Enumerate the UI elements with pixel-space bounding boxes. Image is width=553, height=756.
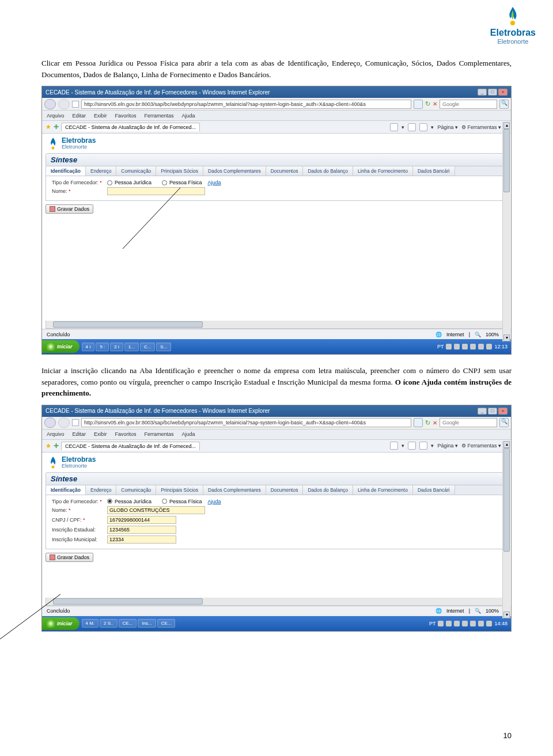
radio-pj[interactable]: [107, 499, 112, 504]
task-item[interactable]: Ins...: [138, 619, 156, 628]
gravar-button[interactable]: Gravar Dados: [46, 553, 93, 562]
task-item[interactable]: C...: [140, 343, 155, 351]
maximize-button[interactable]: □: [488, 408, 497, 415]
url-input[interactable]: [81, 100, 411, 109]
start-button[interactable]: Iniciar: [42, 617, 79, 630]
tab-identificacao[interactable]: Identificação: [46, 166, 86, 176]
menu-ajuda[interactable]: Ajuda: [182, 431, 195, 437]
tab-socios[interactable]: Principais Sócios: [156, 166, 203, 176]
menu-exibir[interactable]: Exibir: [94, 113, 107, 119]
tab-bancarios[interactable]: Dados Bancári: [413, 166, 455, 176]
minimize-button[interactable]: _: [478, 89, 487, 96]
toolbar-ferramentas[interactable]: ⚙ Ferramentas ▾: [461, 124, 501, 130]
menu-ajuda[interactable]: Ajuda: [182, 113, 195, 119]
tray-icon[interactable]: [454, 344, 460, 349]
tab-fornecimento[interactable]: Linha de Fornecimento: [353, 166, 413, 176]
task-item[interactable]: 2 S..: [100, 619, 117, 628]
browser-tab[interactable]: CECADE - Sistema de Atualização de Inf. …: [61, 123, 200, 131]
forward-button[interactable]: [58, 99, 70, 109]
menu-arquivo[interactable]: Arquivo: [47, 431, 65, 437]
tab-documentos[interactable]: Documentos: [266, 485, 304, 495]
tray-icon[interactable]: [454, 621, 460, 626]
close-button[interactable]: ×: [498, 408, 507, 415]
print-icon[interactable]: [419, 123, 427, 131]
tab-balanco[interactable]: Dados do Balanço: [303, 166, 353, 176]
radio-pf[interactable]: [162, 499, 167, 504]
search-go-button[interactable]: 🔍: [499, 418, 509, 427]
task-item[interactable]: 4 I: [82, 343, 95, 351]
toolbar-ferramentas[interactable]: ⚙ Ferramentas ▾: [461, 443, 501, 449]
favorites-icon[interactable]: ★: [46, 123, 51, 131]
tab-comunicacao[interactable]: Comunicação: [116, 485, 156, 495]
url-input[interactable]: [81, 418, 411, 427]
tab-socios[interactable]: Principais Sócios: [156, 485, 203, 495]
gravar-button[interactable]: Gravar Dados: [46, 204, 93, 214]
menu-favoritos[interactable]: Favoritos: [115, 113, 137, 119]
search-input[interactable]: [440, 100, 497, 109]
stop-icon[interactable]: ✕: [433, 420, 437, 426]
tray-icon[interactable]: [478, 344, 484, 349]
tray-icon[interactable]: [470, 621, 476, 626]
v-scrollbar[interactable]: ▴ ▾: [502, 441, 510, 618]
tab-bancarios[interactable]: Dados Bancári: [413, 485, 455, 495]
tab-documentos[interactable]: Documentos: [266, 166, 304, 176]
tray-icon[interactable]: [470, 344, 476, 349]
forward-button[interactable]: [58, 417, 70, 428]
close-button[interactable]: ×: [498, 89, 507, 96]
stop-icon[interactable]: ✕: [433, 101, 437, 107]
tab-complementares[interactable]: Dados Complementares: [203, 485, 266, 495]
ajuda-link[interactable]: Ajuda: [208, 499, 221, 504]
menu-ferramentas[interactable]: Ferramentas: [145, 431, 174, 437]
favorites-icon[interactable]: ★: [46, 442, 51, 450]
menu-arquivo[interactable]: Arquivo: [47, 113, 65, 119]
print-icon[interactable]: [419, 442, 427, 450]
add-favorite-icon[interactable]: ✚: [54, 123, 59, 131]
zoom-icon[interactable]: 🔍: [475, 608, 481, 614]
tray-icon[interactable]: [462, 621, 468, 626]
tray-icon[interactable]: [446, 344, 452, 349]
refresh-icon[interactable]: ↻: [425, 100, 430, 108]
tab-balanco[interactable]: Dados do Balanço: [303, 485, 353, 495]
task-item[interactable]: 4 M.: [82, 619, 99, 628]
start-button[interactable]: Iniciar: [42, 340, 79, 353]
menu-favoritos[interactable]: Favoritos: [115, 431, 137, 437]
tab-endereco[interactable]: Endereço: [86, 485, 116, 495]
input-insc-est[interactable]: [107, 526, 176, 534]
refresh-icon[interactable]: ↻: [425, 419, 430, 427]
menu-editar[interactable]: Editar: [73, 431, 86, 437]
zoom-icon[interactable]: 🔍: [475, 332, 481, 337]
go-button[interactable]: [414, 100, 423, 109]
toolbar-pagina[interactable]: Página ▾: [437, 443, 458, 449]
lang-indicator[interactable]: PT: [429, 621, 436, 626]
feed-icon[interactable]: [408, 123, 416, 131]
back-button[interactable]: [44, 99, 56, 109]
h-scrollbar[interactable]: [46, 321, 507, 329]
input-cnpj[interactable]: [107, 516, 176, 524]
tab-endereco[interactable]: Endereço: [86, 166, 116, 176]
browser-tab[interactable]: CECADE - Sistema de Atualização de Inf. …: [61, 442, 200, 450]
tray-icon[interactable]: [486, 344, 492, 349]
tab-fornecimento[interactable]: Linha de Fornecimento: [353, 485, 413, 495]
input-nome[interactable]: [107, 187, 205, 195]
tray-icon[interactable]: [486, 621, 492, 626]
menu-editar[interactable]: Editar: [73, 113, 86, 119]
task-item[interactable]: 1...: [124, 343, 139, 351]
lang-indicator[interactable]: PT: [437, 344, 444, 349]
v-scrollbar[interactable]: ▴ ▾: [502, 122, 510, 341]
tab-comunicacao[interactable]: Comunicação: [116, 166, 156, 176]
go-button[interactable]: [414, 418, 423, 427]
search-input[interactable]: [440, 418, 497, 427]
minimize-button[interactable]: _: [478, 408, 487, 415]
ajuda-link[interactable]: Ajuda: [208, 180, 221, 185]
menu-ferramentas[interactable]: Ferramentas: [145, 113, 174, 119]
home-icon[interactable]: [390, 123, 398, 131]
toolbar-pagina[interactable]: Página ▾: [437, 124, 458, 130]
add-favorite-icon[interactable]: ✚: [54, 442, 59, 450]
tray-icon[interactable]: [478, 621, 484, 626]
task-item[interactable]: CE...: [119, 619, 137, 628]
tray-icon[interactable]: [446, 621, 452, 626]
back-button[interactable]: [44, 417, 56, 428]
tab-complementares[interactable]: Dados Complementares: [203, 166, 266, 176]
radio-pf[interactable]: [162, 180, 167, 185]
task-item[interactable]: 5 :: [96, 343, 109, 351]
